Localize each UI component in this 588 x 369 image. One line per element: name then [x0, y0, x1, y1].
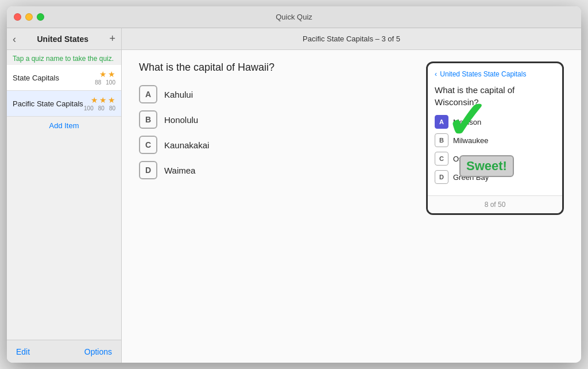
answer-option-c[interactable]: C Kaunakakai	[139, 136, 403, 154]
phone-screen: ‹ United States State Capitals What is t…	[428, 63, 562, 195]
answer-option-a[interactable]: A Kahului	[139, 85, 403, 103]
star-icon: ★	[91, 95, 98, 105]
window-title: Quick Quiz	[276, 13, 312, 21]
stars-group: ★ ★ 88 100	[95, 70, 115, 86]
phone-answer-a[interactable]: A Madison	[435, 115, 555, 129]
minimize-button[interactable]	[25, 13, 33, 21]
answer-option-b[interactable]: B Honolulu	[139, 110, 403, 129]
phone-answer-c[interactable]: C Os...	[435, 152, 555, 166]
phone-answer-d[interactable]: D Green Bay	[435, 170, 555, 184]
phone-answer-letter-a: A	[435, 115, 448, 129]
answer-text-a: Kahului	[164, 90, 193, 99]
titlebar: Quick Quiz	[7, 6, 581, 28]
traffic-lights	[14, 13, 44, 21]
sidebar-item-name: State Capitals	[13, 74, 95, 82]
star-icon: ★	[108, 70, 115, 79]
sidebar: ‹ United States + Tap a quiz name to tak…	[7, 28, 122, 363]
phone-answer-text-d: Green Bay	[453, 173, 489, 182]
stars-row: ★ ★	[99, 70, 115, 79]
score-value: 80	[109, 105, 115, 112]
phone-answer-letter-c: C	[435, 152, 448, 166]
phone-answer-text-b: Milwaukee	[453, 136, 488, 145]
star-icon: ★	[108, 95, 115, 105]
phone-breadcrumb: ‹ United States State Capitals	[435, 70, 555, 78]
sidebar-nav: ‹ United States +	[7, 28, 121, 50]
back-button[interactable]: ‹	[13, 34, 16, 44]
close-button[interactable]	[14, 13, 21, 21]
phone-mockup: ‹ United States State Capitals What is t…	[426, 62, 564, 215]
app-window: Quick Quiz ‹ United States + Tap a quiz …	[7, 6, 581, 363]
phone-progress: 8 of 50	[485, 201, 506, 209]
phone-answer-letter-b: B	[435, 133, 448, 147]
sidebar-item-pacific-state-capitals[interactable]: Pacific State Capitals ★ ★ ★ 100 80 80	[7, 91, 121, 117]
answer-text-c: Kaunakakai	[164, 140, 209, 150]
quiz-question-panel: What is the capital of Hawaii? A Kahului…	[139, 62, 403, 351]
star-icon: ★	[99, 95, 107, 105]
breadcrumb-arrow-icon: ‹	[435, 70, 437, 78]
stars-scores: 88 100	[95, 79, 115, 86]
stars-group: ★ ★ ★ 100 80 80	[84, 95, 115, 112]
content-header-title: Pacific State Capitals – 3 of 5	[303, 34, 400, 43]
sidebar-nav-title: United States	[21, 34, 105, 44]
score-value: 80	[98, 105, 105, 112]
sidebar-item-name: Pacific State Capitals	[13, 99, 84, 108]
content-area: Pacific State Capitals – 3 of 5 What is …	[122, 28, 581, 363]
options-button[interactable]: Options	[84, 347, 112, 356]
score-value: 88	[95, 79, 101, 86]
phone-answer-letter-d: D	[435, 170, 448, 184]
sidebar-item-state-capitals[interactable]: State Capitals ★ ★ 88 100	[7, 65, 121, 91]
phone-answer-b[interactable]: B Milwaukee	[435, 133, 555, 147]
edit-button[interactable]: Edit	[16, 347, 30, 356]
phone-answer-text-a: Madison	[453, 118, 481, 126]
main-area: ‹ United States + Tap a quiz name to tak…	[7, 28, 581, 363]
answer-text-d: Waimea	[164, 166, 195, 175]
quiz-question-text: What is the capital of Hawaii?	[139, 62, 403, 74]
sidebar-footer: Edit Options	[7, 340, 121, 363]
breadcrumb-current: State Capitals	[483, 70, 527, 78]
score-value: 100	[106, 79, 115, 86]
answer-option-d[interactable]: D Waimea	[139, 161, 403, 179]
sidebar-list: State Capitals ★ ★ 88 100 Pacifi	[7, 65, 121, 340]
add-button[interactable]: +	[109, 33, 115, 45]
maximize-button[interactable]	[37, 13, 44, 21]
phone-footer: 8 of 50	[428, 195, 562, 213]
add-item-button[interactable]: Add Item	[7, 117, 121, 134]
phone-answer-text-c: Os...	[453, 155, 469, 163]
content-header: Pacific State Capitals – 3 of 5	[122, 28, 581, 50]
answer-letter-c: C	[139, 136, 157, 154]
stars-row: ★ ★ ★	[91, 95, 115, 105]
answer-letter-d: D	[139, 161, 157, 179]
answer-letter-b: B	[139, 110, 157, 129]
star-icon: ★	[99, 70, 107, 79]
stars-scores: 100 80 80	[84, 105, 115, 112]
score-value: 100	[84, 105, 94, 112]
breadcrumb-back-link[interactable]: United States	[440, 70, 481, 78]
quiz-area: What is the capital of Hawaii? A Kahului…	[122, 50, 581, 363]
answer-text-b: Honolulu	[164, 115, 198, 125]
phone-question-text: What is the capital of Wisconsin?	[435, 84, 555, 108]
answer-letter-a: A	[139, 85, 157, 103]
sidebar-hint: Tap a quiz name to take the quiz.	[7, 50, 121, 65]
